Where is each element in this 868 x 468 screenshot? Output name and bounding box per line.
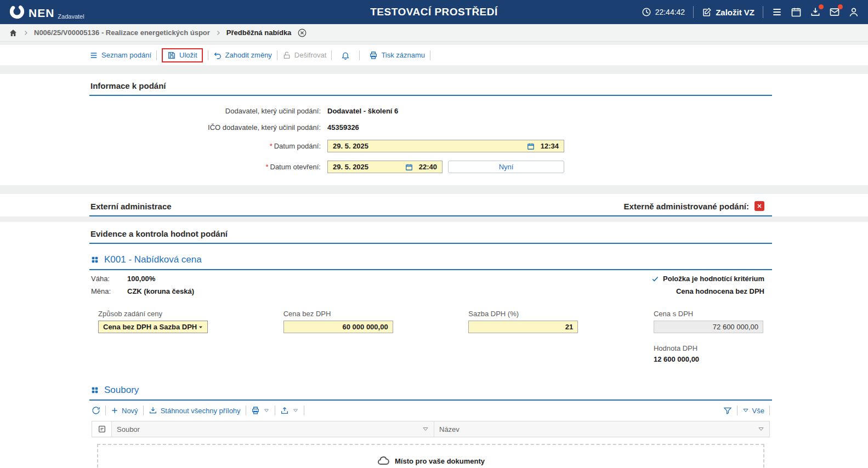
price-net-label: Cena bez DPH [283, 310, 393, 318]
evidence-title: Evidence a kontrola hodnot podání [90, 229, 228, 238]
submission-info-header: Informace k podání [89, 74, 772, 96]
record-toolbar: Seznam podání Uložit Zahodit změny Dešif… [89, 45, 772, 65]
time-value: 22:44:42 [655, 8, 685, 16]
submissions-list-button[interactable]: Seznam podání [89, 51, 151, 60]
external-admin-flag: Externě administrované podání: [624, 201, 771, 211]
price-net-input[interactable]: 60 000 000,00 [283, 321, 393, 333]
submission-date-value[interactable]: 29. 5. 2025 [328, 142, 526, 150]
external-admin-title: Externí administrace [90, 202, 172, 211]
column-filter-icon[interactable] [422, 426, 429, 432]
column-header-file[interactable]: Soubor [112, 421, 434, 437]
new-file-button[interactable]: Nový [111, 407, 138, 415]
section-icon [90, 386, 99, 395]
submission-info-panel: Informace k podání Dodavatel, který učin… [0, 74, 868, 185]
menu-button[interactable] [771, 7, 782, 18]
save-button[interactable]: Uložit [167, 51, 197, 60]
export-files-button[interactable] [280, 406, 299, 415]
currency-label: Měna: [91, 287, 127, 295]
files-table-header: Soubor Název [92, 421, 769, 437]
price-method-value: Cena bez DPH a Sazba DPH [103, 323, 197, 331]
external-admin-label: Externě administrované podání: [624, 202, 749, 211]
filter-icon[interactable] [723, 406, 732, 415]
close-tab-icon[interactable] [297, 28, 307, 38]
column-header-name[interactable]: Název [434, 421, 769, 437]
chevron-down-icon [263, 407, 270, 414]
now-button[interactable]: Nyní [448, 161, 564, 173]
submission-datetime-input[interactable]: 29. 5. 2025 12:34 [327, 140, 564, 152]
currency-row: Měna: CZK (koruna česká) Cena hodnocena … [89, 283, 772, 295]
download-all-label: Stáhnout všechny přílohy [161, 407, 241, 415]
filter-all-button[interactable]: Vše [742, 407, 764, 415]
weight-label: Váha: [91, 275, 127, 283]
submission-date-label: *Datum podání: [89, 142, 327, 150]
filter-triangle-icon [742, 407, 749, 414]
refresh-icon[interactable] [92, 406, 100, 415]
divider [359, 50, 360, 60]
messages-button[interactable] [829, 7, 840, 18]
divider [275, 406, 275, 415]
download-all-button[interactable]: Stáhnout všechny přílohy [149, 406, 241, 415]
currency-value: CZK (koruna česká) [127, 287, 194, 295]
save-icon [167, 51, 176, 60]
vat-rate-input[interactable]: 21 [468, 321, 578, 333]
divider [246, 406, 246, 415]
column-settings-button[interactable] [92, 421, 112, 437]
nen-logo[interactable]: NEN Zadavatel [9, 3, 84, 21]
printer-icon [251, 406, 260, 415]
calendar-picker-icon[interactable] [405, 163, 413, 171]
chevron-down-icon [292, 407, 299, 414]
edit-icon [702, 7, 712, 17]
required-marker: * [265, 163, 268, 171]
create-vz-button[interactable]: Založit VZ [702, 7, 754, 17]
app-header: NEN Zadavatel TESTOVACÍ PROSTŘEDÍ 22:44:… [0, 0, 868, 24]
clock-icon [642, 7, 651, 17]
vat-rate-field: Sazba DPH (%) 21 [468, 310, 578, 363]
price-method-select[interactable]: Cena bez DPH a Sazba DPH [98, 321, 208, 333]
opening-datetime-input[interactable]: 29. 5. 2025 22:40 [327, 161, 442, 173]
print-record-button[interactable]: Tisk záznamu [369, 51, 425, 60]
column-filter-icon[interactable] [758, 426, 764, 432]
submission-date-row: *Datum podání: 29. 5. 2025 12:34 [89, 140, 772, 152]
vat-amount-label: Hodnota DPH [654, 344, 763, 352]
price-form: Způsob zadání ceny Cena bez DPH a Sazba … [89, 295, 772, 363]
supplier-value: Dodavatel - školení 6 [327, 107, 398, 115]
external-admin-checkbox-no[interactable] [754, 201, 764, 211]
create-vz-label: Založit VZ [716, 8, 754, 17]
price-gross-field: Cena s DPH 72 600 000,00 Hodnota DPH 12 … [654, 310, 763, 363]
new-file-label: Nový [122, 407, 138, 415]
cloud-upload-icon [377, 454, 390, 467]
documents-dropzone[interactable]: Místo pro vaše dokumenty [97, 444, 764, 468]
supplier-row: Dodavatel, který učinil podání: Dodavate… [89, 107, 772, 115]
column-header-file-label: Soubor [117, 425, 140, 433]
profile-button[interactable] [848, 7, 859, 18]
list-icon [89, 51, 98, 60]
submission-time-value[interactable]: 12:34 [536, 142, 564, 150]
opening-date-value[interactable]: 29. 5. 2025 [328, 163, 404, 171]
calendar-button[interactable] [791, 7, 802, 18]
external-admin-header: Externí administrace Externě administrov… [89, 194, 772, 216]
divider [430, 50, 430, 60]
dropzone-label: Místo pro vaše dokumenty [395, 457, 485, 465]
criterion-flag: Položka je hodnotící kritérium [651, 275, 764, 283]
opening-time-value[interactable]: 22:40 [414, 163, 442, 171]
evaluation-note: Cena hodnocena bez DPH [676, 287, 764, 295]
header-actions: 22:44:42 Založit VZ [642, 6, 859, 18]
section-icon [90, 255, 99, 264]
files-header: Soubory [89, 378, 772, 401]
ico-label: IČO dodavatele, který učinil podání: [89, 123, 327, 132]
notifications-button[interactable] [341, 51, 350, 60]
divider [304, 406, 304, 415]
files-title: Soubory [104, 385, 139, 396]
breadcrumb-contract[interactable]: N006/25/V00005136 - Realizace energetick… [34, 28, 210, 37]
discard-changes-button[interactable]: Zahodit změny [213, 51, 272, 60]
divider [277, 50, 277, 60]
bell-icon [341, 51, 350, 60]
weight-row: Váha: 100,00% Položka je hodnotící krité… [89, 270, 772, 283]
cross-icon [756, 203, 763, 209]
breadcrumb-current: Předběžná nabídka [226, 28, 291, 37]
k001-header: K001 - Nabídková cena [89, 247, 772, 270]
downloads-button[interactable] [810, 7, 821, 18]
home-icon[interactable] [9, 28, 18, 37]
calendar-picker-icon[interactable] [527, 142, 535, 150]
print-files-button[interactable] [251, 406, 270, 415]
